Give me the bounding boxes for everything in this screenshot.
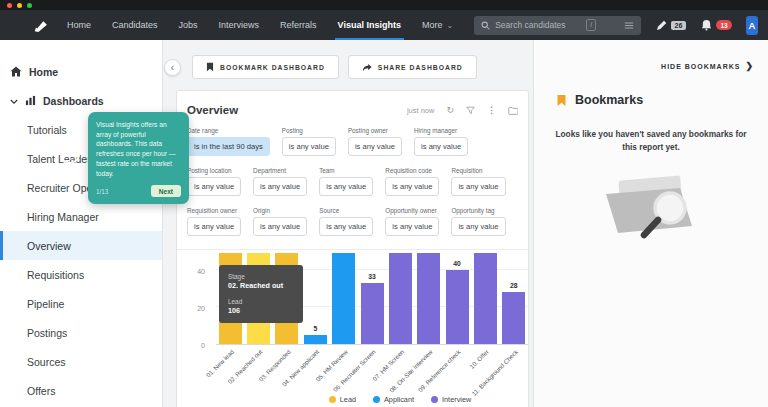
filter-row-1: Date rangeis in the last 90 daysPostingi… [187,127,518,156]
empty-folder-illustration [590,168,712,248]
bar-11-background-check[interactable] [502,292,525,344]
bar-04-new-applicant[interactable] [304,335,327,344]
bar-08-on-site-interview[interactable] [417,253,440,344]
sidebar-item-label: Postings [27,327,67,339]
search-box[interactable]: / [474,16,640,35]
onboarding-next-button[interactable]: Next [151,185,181,197]
share-dashboard-button[interactable]: SHARE DASHBOARD [348,55,477,79]
bar-07-hm-screen[interactable] [389,253,412,344]
filter-value-posting-owner[interactable]: is any value [348,137,402,156]
legend-label: Interview [442,395,471,404]
kebab-menu-icon[interactable]: ⋮ [487,106,496,115]
filter-requisition: Requisitionis any value [451,167,505,196]
legend-label: Applicant [384,395,414,404]
filter-label: Posting [282,127,336,134]
nav-item-referrals[interactable]: Referrals [280,10,317,40]
filter-value-department[interactable]: is any value [253,177,307,196]
filter-posting-owner: Posting owneris any value [348,127,402,156]
nav-item-jobs[interactable]: Jobs [179,10,198,40]
filter-value-opportunity-tag[interactable]: is any value [451,217,505,236]
sidebar-item-pipeline[interactable]: Pipeline [0,289,162,318]
bar-05-hm-review[interactable] [332,253,355,344]
top-nav: HomeCandidatesJobsInterviewsReferralsVis… [0,10,768,40]
traffic-light-minimize[interactable] [17,3,22,8]
chart-legend: LeadApplicantInterview [244,394,529,404]
filter-value-date-range[interactable]: is in the last 90 days [187,137,270,156]
sidebar-item-postings[interactable]: Postings [0,318,162,347]
sidebar-item-overview[interactable]: Overview [0,231,162,260]
sidebar-item-sources[interactable]: Sources [0,347,162,376]
edit-notes-button[interactable]: 26 [656,20,687,31]
hide-bookmarks-button[interactable]: HIDE BOOKMARKS ❯ [661,61,754,71]
sidebar-item-label: Home [29,66,58,78]
filter-value-requisition-owner[interactable]: is any value [187,217,241,236]
bookmark-dashboard-button[interactable]: BOOKMARK DASHBOARD [192,55,339,79]
notifications-button[interactable]: 13 [701,19,731,31]
nav-item-visual-insights[interactable]: Visual Insights [338,10,401,40]
bookmarks-empty-text: Looks like you haven't saved any bookmar… [548,128,754,154]
nav-item-candidates[interactable]: Candidates [112,10,158,40]
bookmark-dashboard-label: BOOKMARK DASHBOARD [220,64,325,71]
report-card: Overview just now ↻ ⋮ Date rangeis in th… [176,90,529,407]
filter-label: Requisition owner [187,207,241,214]
legend-item-interview[interactable]: Interview [431,395,471,404]
filter-value-requisition[interactable]: is any value [451,177,505,196]
chevron-down-icon [10,95,18,107]
filter-value-team[interactable]: is any value [319,177,373,196]
filter-value-posting[interactable]: is any value [282,137,336,156]
filter-department: Departmentis any value [253,167,307,196]
nav-item-interviews[interactable]: Interviews [219,10,260,40]
filter-value-posting-location[interactable]: is any value [187,177,241,196]
report-title: Overview [187,104,238,116]
filter-row-2: Posting locationis any valueDepartmentis… [187,167,518,196]
nav-item-home[interactable]: Home [67,10,91,40]
collapse-sidebar-button[interactable]: ‹ [164,59,181,76]
filter-opportunity-owner: Opportunity owneris any value [385,207,439,236]
filter-value-origin[interactable]: is any value [253,217,307,236]
legend-item-lead[interactable]: Lead [329,395,356,404]
filter-row-3: Requisition owneris any valueOriginis an… [187,207,518,236]
filter-label: Source [319,207,373,214]
filter-label: Requisition code [385,167,439,174]
sidebar-item-requisitions[interactable]: Requisitions [0,260,162,289]
filter-bar: Date rangeis in the last 90 daysPostingi… [177,122,528,249]
sidebar-item-hiring-manager[interactable]: Hiring Manager [0,202,162,231]
y-tick-label-40: 40 [197,268,205,275]
bar-10-offer[interactable] [474,253,497,344]
sidebar-item-dashboards[interactable]: Dashboards [0,86,162,115]
traffic-light-zoom[interactable] [27,3,32,8]
filter-label: Opportunity owner [385,207,439,214]
filter-value-hiring-manager[interactable]: is any value [414,137,468,156]
filter-value-source[interactable]: is any value [319,217,373,236]
refresh-icon[interactable]: ↻ [446,106,454,115]
traffic-light-close[interactable] [7,3,12,8]
hide-bookmarks-label: HIDE BOOKMARKS [661,63,740,70]
report-meta: just now ↻ ⋮ [407,106,518,115]
nav-item-more[interactable]: More⌄ [422,10,453,40]
onboarding-text: Visual Insights offers an array of power… [96,120,181,178]
bookmark-icon [206,62,214,72]
user-avatar[interactable]: A [746,16,758,35]
notification-count-badge: 13 [716,20,731,30]
sidebar-item-home[interactable]: Home [0,57,162,86]
search-input[interactable] [495,20,581,30]
bar-value-11-background-check: 28 [502,282,525,289]
filter-label: Department [253,167,307,174]
filter-value-opportunity-owner[interactable]: is any value [385,217,439,236]
legend-item-applicant[interactable]: Applicant [373,395,414,404]
search-filter-icon[interactable] [624,21,634,30]
bar-06-recruiter-screen[interactable] [361,283,384,344]
bar-09-reference-check[interactable] [446,270,469,344]
filter-label: Opportunity tag [451,207,505,214]
filter-value-requisition-code[interactable]: is any value [385,177,439,196]
lever-logo-icon[interactable] [32,17,49,34]
legend-label: Lead [340,395,356,404]
filter-funnel-icon[interactable] [466,106,475,115]
bookmark-filled-icon [556,94,567,107]
pipeline-chart: 02040 Stage 02. Reached out Lead 106 533… [177,249,528,404]
sidebar-item-offers[interactable]: Offers [0,376,162,405]
home-icon [10,66,22,77]
bookmarks-panel: HIDE BOOKMARKS ❯ Bookmarks Looks like yo… [533,40,768,407]
folder-icon[interactable] [508,106,518,115]
filter-origin: Originis any value [253,207,307,236]
